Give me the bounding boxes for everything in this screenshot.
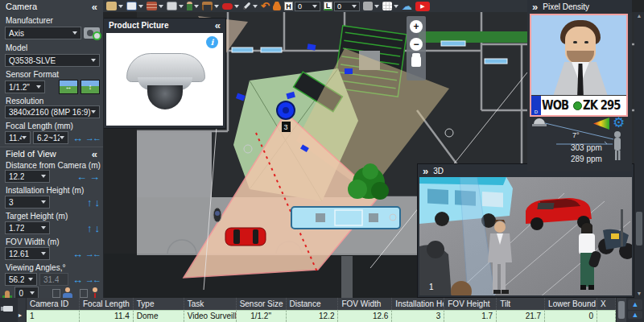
distance-decrease-button[interactable]: ←: [76, 171, 87, 182]
table-scrollbar[interactable]: [616, 298, 626, 322]
cell-lower-bound[interactable]: 0: [545, 310, 597, 322]
viewing-angle-dropdown[interactable]: 56.2: [5, 273, 37, 286]
motorcycle-topview[interactable]: [213, 208, 221, 222]
show-woman-checkbox[interactable]: [52, 289, 60, 298]
widen-fov-button[interactable]: ↔: [72, 133, 83, 143]
undo-button[interactable]: ↶: [261, 2, 270, 10]
floorplan-tool[interactable]: [126, 2, 143, 10]
draw-tool[interactable]: [242, 5, 258, 8]
chevron-down-icon[interactable]: [179, 5, 184, 8]
table-row[interactable]: 1 11.4 Dome Video Surveillan- 1/1.2" 12.…: [27, 310, 616, 322]
fill-color-tool[interactable]: [363, 2, 379, 10]
cell-camera-id[interactable]: 1: [27, 310, 80, 322]
table-scroll-up2-button[interactable]: ▲: [628, 311, 642, 319]
target-down-button[interactable]: ↓: [95, 223, 101, 233]
info-icon[interactable]: i: [206, 36, 218, 48]
sensor-format-dropdown[interactable]: 1/1.2": [5, 80, 45, 93]
chevron-down-icon[interactable]: [253, 5, 258, 8]
target-height-dropdown[interactable]: 1.72: [5, 221, 50, 234]
col-x[interactable]: X: [597, 298, 616, 310]
chevron-down-icon[interactable]: [118, 5, 123, 8]
wall-tool[interactable]: [147, 2, 163, 10]
cloud-icon[interactable]: ☁: [402, 2, 412, 11]
col-install-height[interactable]: Installation Hei...: [392, 298, 444, 310]
stamp-icon[interactable]: [273, 2, 281, 10]
youtube-button[interactable]: ▶: [415, 2, 430, 11]
collapse-icon[interactable]: «: [215, 19, 221, 31]
orientation-landscape-icon[interactable]: ↔: [59, 80, 78, 94]
expand-icon[interactable]: »: [423, 165, 428, 177]
scrollbar-thumb[interactable]: [636, 212, 642, 246]
chevron-down-icon[interactable]: [194, 5, 199, 8]
add-camera-tool[interactable]: [106, 2, 123, 10]
chevron-down-icon[interactable]: [394, 5, 398, 8]
target-up-button[interactable]: ↑: [87, 223, 93, 233]
cell-x[interactable]: [597, 310, 616, 322]
chevron-down-icon[interactable]: [234, 5, 239, 8]
cell-fov-width[interactable]: 12.6: [338, 310, 392, 322]
camera-section-header[interactable]: Camera «: [0, 0, 103, 13]
distance-increase-button[interactable]: →: [89, 171, 100, 182]
table-scroll-up-button[interactable]: ▲: [628, 299, 642, 310]
scroll-down-icon[interactable]: ▼: [637, 290, 642, 298]
cell-install-height[interactable]: 3: [392, 310, 444, 322]
box-tool[interactable]: [167, 2, 184, 10]
fov-width-dropdown[interactable]: 12.61: [5, 247, 50, 260]
cell-distance[interactable]: 12.2: [287, 310, 339, 322]
chevron-down-icon[interactable]: [214, 5, 219, 8]
person-tool[interactable]: [187, 2, 199, 10]
collapse-icon[interactable]: «: [92, 148, 97, 160]
chevron-down-icon[interactable]: [159, 5, 163, 8]
zoom-out-button[interactable]: −: [410, 38, 423, 51]
height-value-dropdown[interactable]: 0: [295, 2, 320, 11]
cell-fov-height[interactable]: 1.7: [444, 310, 497, 322]
pan-hand-icon[interactable]: [411, 56, 421, 67]
angle-narrow-button[interactable]: →←: [85, 275, 100, 285]
resolution-dropdown[interactable]: 3840x2160 (8MP 16:9): [5, 105, 100, 118]
cell-type[interactable]: Dome: [134, 310, 184, 322]
chevron-down-icon[interactable]: [138, 5, 143, 8]
model-dropdown[interactable]: Q3538-SLVE: [5, 54, 100, 67]
manufacturer-dropdown[interactable]: Axis: [5, 27, 81, 39]
col-distance[interactable]: Distance: [287, 298, 339, 310]
car-topview[interactable]: [225, 228, 266, 246]
cell-sensor-size[interactable]: 1/1.2": [237, 310, 287, 322]
level-value-dropdown[interactable]: 0: [334, 2, 360, 11]
narrow-fov-button[interactable]: →←: [85, 133, 100, 143]
vertical-scrollbar[interactable]: ▲ ▼: [634, 12, 644, 298]
fov-widen-button[interactable]: ↔: [72, 249, 83, 259]
bus-topview[interactable]: [291, 207, 400, 229]
fov-narrow-button[interactable]: →←: [85, 249, 100, 259]
zoom-in-button[interactable]: +: [410, 20, 423, 33]
furniture-tool[interactable]: [202, 2, 219, 10]
pattern-tool[interactable]: [382, 2, 398, 10]
scene-3d[interactable]: 1: [419, 177, 632, 295]
col-sensor-size[interactable]: Sensor Size: [237, 298, 287, 310]
fov-section-header[interactable]: Field of View «: [0, 147, 103, 160]
angle-widen-button[interactable]: ↔: [72, 275, 83, 285]
chevron-down-icon[interactable]: [374, 5, 379, 8]
col-camera-id[interactable]: Camera ID: [27, 298, 80, 310]
pixel-density-header[interactable]: » Pixel Density: [527, 0, 632, 13]
orientation-portrait-icon[interactable]: ↕: [80, 80, 100, 94]
camera-search-icon[interactable]: [84, 27, 100, 39]
cell-focal-length[interactable]: 11.4: [80, 310, 134, 322]
expand-icon[interactable]: »: [532, 1, 538, 13]
col-fov-height[interactable]: FOV Height: [444, 298, 497, 310]
installation-down-button[interactable]: ↓: [95, 197, 101, 208]
installation-height-dropdown[interactable]: 3: [5, 196, 50, 208]
col-type[interactable]: Type: [134, 298, 184, 310]
cell-task[interactable]: Video Surveillan-: [184, 310, 237, 322]
col-fov-width[interactable]: FOV Width: [338, 298, 392, 310]
col-focal-length[interactable]: Focal Length: [80, 298, 134, 310]
col-lower-bound[interactable]: Lower Bound: [545, 298, 597, 310]
installation-up-button[interactable]: ↑: [87, 197, 93, 208]
collapse-icon[interactable]: «: [92, 1, 97, 13]
show-man-checkbox[interactable]: [80, 289, 88, 298]
product-picture-header[interactable]: Product Picture «: [104, 19, 225, 31]
focal-range-dropdown[interactable]: 6.2~12.: [33, 131, 68, 144]
scroll-up-icon[interactable]: ▲: [637, 12, 642, 20]
col-tilt[interactable]: Tilt: [497, 298, 545, 310]
vehicle-tool[interactable]: [222, 3, 239, 10]
focal-length-dropdown[interactable]: 11.4: [5, 131, 31, 144]
